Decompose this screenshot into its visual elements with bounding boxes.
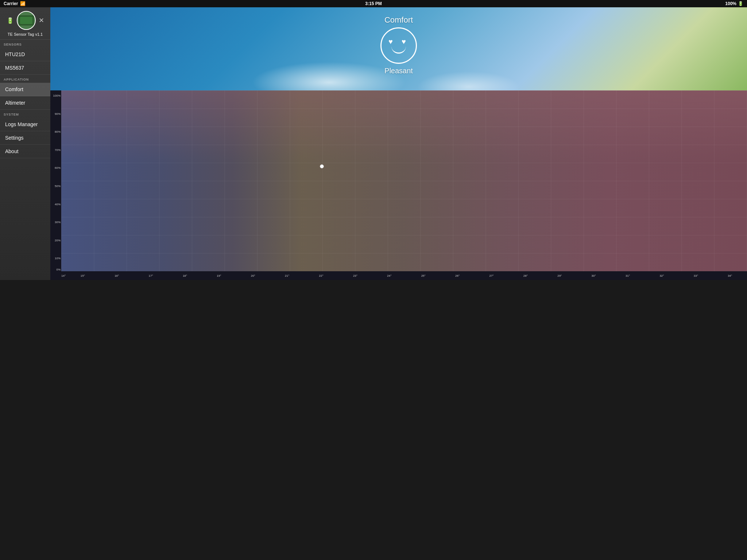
chart-canvas [61, 90, 374, 271]
x-label-19: 19° [202, 274, 236, 277]
x-label-24: 24° [372, 274, 374, 277]
device-chip [19, 15, 34, 26]
x-label-18: 18° [168, 274, 202, 277]
x-label-22: 22° [304, 274, 338, 277]
x-label-21: 21° [270, 274, 304, 277]
sidebar-item-htu21d[interactable]: HTU21D [0, 48, 50, 61]
y-label-50: 50% [55, 184, 61, 188]
chart-area: 100% 90% 80% 70% 60% 50% 40% 30% 20% 10%… [50, 90, 374, 280]
sidebar-item-ms5637[interactable]: MS5637 [0, 61, 50, 75]
close-icon[interactable]: ✕ [39, 16, 44, 24]
device-name-label: TE Sensor Tag v1.1 [8, 32, 43, 36]
x-label-23: 23° [338, 274, 372, 277]
wifi-icon: 📶 [20, 1, 26, 6]
sidebar-item-altimeter[interactable]: Altimeter [0, 96, 50, 110]
svg-rect-0 [61, 90, 374, 271]
y-label-90: 90% [55, 112, 61, 116]
y-label-0: 0% [56, 268, 61, 271]
x-label-14: 14° [61, 274, 66, 277]
device-image [17, 11, 36, 30]
carrier-label: Carrier [4, 1, 18, 6]
sky-clouds [50, 47, 374, 91]
x-label-15: 15° [66, 274, 100, 277]
status-time: 3:15 PM [365, 1, 374, 6]
y-label-10: 10% [55, 257, 61, 260]
data-point-circle [320, 164, 324, 168]
x-label-16: 16° [100, 274, 134, 277]
x-label-17: 17° [134, 274, 168, 277]
comfort-title: Comfort [50, 15, 374, 25]
application-header: APPLICATION [0, 75, 50, 83]
status-bar: Carrier 📶 3:15 PM 100% 🔋 [0, 0, 374, 7]
y-label-20: 20% [55, 239, 61, 242]
y-label-60: 60% [55, 166, 61, 170]
main-content: Comfort ♥ ♥ Pleasant [50, 7, 374, 280]
system-header: SYSTEM [0, 110, 50, 118]
y-label-80: 80% [55, 130, 61, 133]
y-label-100: 100% [53, 94, 61, 97]
chart-svg [61, 90, 374, 271]
status-left: Carrier 📶 [4, 1, 26, 6]
battery-sidebar-icon: 🔋 [7, 17, 14, 24]
sidebar-item-settings[interactable]: Settings [0, 131, 50, 145]
sidebar: 🔋 ✕ TE Sensor Tag v1.1 SENSORS HTU21D MS… [0, 7, 50, 280]
x-label-20: 20° [236, 274, 270, 277]
sidebar-item-about[interactable]: About [0, 145, 50, 158]
device-section: 🔋 ✕ TE Sensor Tag v1.1 [0, 7, 50, 40]
y-label-70: 70% [55, 148, 61, 152]
device-icons-row: 🔋 ✕ [7, 11, 44, 30]
y-label-30: 30% [55, 221, 61, 224]
x-axis-labels: 14° 15° 16° 17° 18° 19° 20° 21° 22° 23° … [61, 271, 374, 280]
y-axis-labels: 100% 90% 80% 70% 60% 50% 40% 30% 20% 10%… [50, 90, 61, 271]
y-label-40: 40% [55, 203, 61, 206]
sensors-header: SENSORS [0, 40, 50, 48]
sidebar-item-logs[interactable]: Logs Manager [0, 118, 50, 131]
sidebar-item-comfort[interactable]: Comfort [0, 83, 50, 96]
